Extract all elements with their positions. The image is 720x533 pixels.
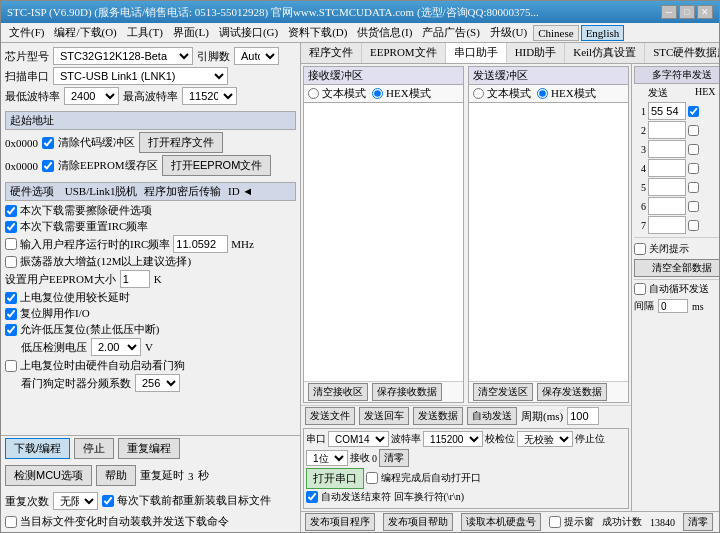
multi-hex-7[interactable] [688,220,699,231]
tab-stc-db[interactable]: STC硬件数据库 [645,43,719,63]
option-check-5[interactable] [5,292,17,304]
eeprom-size-input[interactable] [120,270,150,288]
interval-input[interactable] [658,299,688,313]
multi-input-5[interactable] [648,178,686,196]
voltage-select[interactable]: 2.00 [91,338,141,356]
open-eeprom-btn[interactable]: 打开EEPROM文件 [162,155,272,176]
tab-eeprom-file[interactable]: EEPROM文件 [362,43,446,63]
close-btn[interactable]: ✕ [697,5,713,19]
clear-send-btn[interactable]: 清空发送区 [473,383,533,401]
recv-textarea[interactable] [304,103,463,381]
boot-select[interactable]: Auto [234,47,279,65]
max-baud-select[interactable]: 115200 [182,87,237,105]
stop-btn[interactable]: 停止 [74,438,114,459]
irc-input[interactable] [173,235,228,253]
option-check-1[interactable] [5,221,17,233]
send-return-btn[interactable]: 发送回车 [359,407,409,425]
check-btn[interactable]: 检测MCU选项 [5,465,92,486]
recv-mode-bar: 文本模式 HEX模式 [304,85,463,103]
auto-send-enter-check[interactable] [306,491,318,503]
show-tips-check[interactable] [549,516,561,528]
auto-send-btn[interactable]: 自动发送 [467,407,517,425]
option-check-6[interactable] [5,308,17,320]
menu-ads[interactable]: 产品广告(S) [418,24,483,41]
lang-chinese[interactable]: Chinese [533,25,578,41]
scan-select[interactable]: STC-USB Link1 (LNK1) [53,67,228,85]
multi-hex-1[interactable] [688,106,699,117]
minimize-btn[interactable]: ─ [661,5,677,19]
baud-select[interactable]: 115200 [423,431,483,447]
close-tips-check[interactable] [634,243,646,255]
port-select[interactable]: COM14 [328,431,389,447]
clear-recv-count-btn[interactable]: 清零 [379,449,409,467]
send-data-btn[interactable]: 发送数据 [413,407,463,425]
send-hex-mode-row: HEX模式 [537,86,596,101]
auto-close-check[interactable] [366,472,378,484]
send-file-btn[interactable]: 发送文件 [305,407,355,425]
open-prog-btn[interactable]: 打开程序文件 [139,132,223,153]
recv-hex-radio[interactable] [372,88,383,99]
multi-hex-4[interactable] [688,163,699,174]
open-port-btn[interactable]: 打开串口 [306,468,364,489]
option-check-2[interactable] [5,238,17,250]
recv-text-radio[interactable] [308,88,319,99]
send-text-radio[interactable] [473,88,484,99]
repeat-count-select[interactable]: 无限 [53,492,98,510]
multi-input-6[interactable] [648,197,686,215]
menu-upgrade[interactable]: 升级(U) [486,24,531,41]
min-baud-select[interactable]: 2400 [64,87,119,105]
clear-all-btn[interactable]: 清空全部数据 [634,259,719,277]
multi-hex-2[interactable] [688,125,699,136]
publish-prog-btn[interactable]: 发布项目程序 [305,513,375,531]
read-hdd-btn[interactable]: 读取本机硬盘号 [461,513,541,531]
send-textarea[interactable] [469,103,628,381]
option-check-9[interactable] [5,360,17,372]
clear-eeprom-check[interactable] [42,160,54,172]
auto-send-enter-row: 自动发送结束符 回车换行符(\r\n) [306,490,464,504]
save-recv-btn[interactable]: 保存接收数据 [372,383,442,401]
interval-label: 间隔 [634,299,654,313]
help-btn[interactable]: 帮助 [96,465,136,486]
multi-input-2[interactable] [648,121,686,139]
menu-program[interactable]: 编程/下载(O) [50,24,120,41]
stop-select[interactable]: 1位 [306,450,348,466]
multi-input-1[interactable] [648,102,686,120]
download-btn[interactable]: 下载/编程 [5,438,70,459]
menu-tools[interactable]: 工具(T) [123,24,167,41]
multi-input-7[interactable] [648,216,686,234]
tab-keil-sim[interactable]: Keil仿真设置 [565,43,645,63]
menu-supply[interactable]: 供货信息(I) [353,24,416,41]
menu-download[interactable]: 资料下载(D) [284,24,351,41]
auto-load-check[interactable] [5,516,17,528]
save-send-btn[interactable]: 保存发送数据 [537,383,607,401]
auto-loop-check[interactable] [634,283,646,295]
send-hex-radio[interactable] [537,88,548,99]
option-check-3[interactable] [5,256,17,268]
tab-serial-helper[interactable]: 串口助手 [446,43,507,63]
show-tips-label: 提示窗 [564,515,594,529]
multi-input-3[interactable] [648,140,686,158]
multi-hex-6[interactable] [688,201,699,212]
multi-hex-5[interactable] [688,182,699,193]
menu-file[interactable]: 文件(F) [5,24,48,41]
menu-interface[interactable]: 界面(L) [169,24,213,41]
period-input[interactable] [567,407,599,425]
chip-select[interactable]: STC32G12K128-Beta [53,47,193,65]
reprog-btn[interactable]: 重复编程 [118,438,180,459]
menu-debug[interactable]: 调试接口(G) [215,24,282,41]
clear-recv-btn[interactable]: 清空接收区 [308,383,368,401]
watchdog-select[interactable]: 256 [135,374,180,392]
multi-input-4[interactable] [648,159,686,177]
tab-prog-file[interactable]: 程序文件 [301,43,362,63]
reload-check[interactable] [102,495,114,507]
check-select[interactable]: 无校验 [517,431,573,447]
publish-help-btn[interactable]: 发布项目帮助 [383,513,453,531]
clear-count-btn[interactable]: 清零 [683,513,713,531]
clear-code-check[interactable] [42,137,54,149]
lang-english[interactable]: English [581,25,625,41]
maximize-btn[interactable]: □ [679,5,695,19]
option-check-7[interactable] [5,324,17,336]
tab-hid-helper[interactable]: HID助手 [507,43,566,63]
multi-hex-3[interactable] [688,144,699,155]
option-check-0[interactable] [5,205,17,217]
